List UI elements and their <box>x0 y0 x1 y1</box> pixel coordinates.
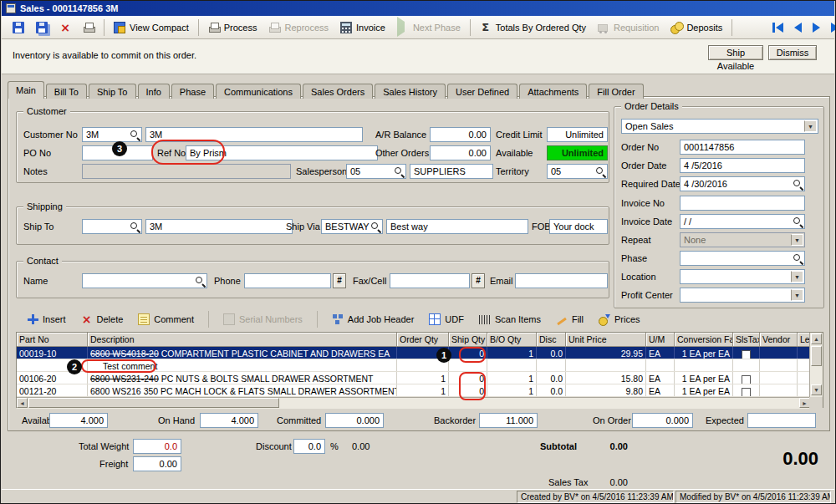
salesperson-field[interactable]: 05 <box>346 164 406 179</box>
table-row[interactable]: 00019-10 6800 WS4018-20 COMPARTMENT PLAS… <box>17 347 811 359</box>
col-conversion-factor[interactable]: Conversion Factor <box>675 333 733 347</box>
phase-field[interactable] <box>680 251 805 266</box>
slstax-checkbox[interactable] <box>742 350 751 359</box>
order-date-field[interactable]: 4 /5/2016 <box>680 158 805 173</box>
discount-pct-field[interactable]: 0.0 <box>293 439 325 454</box>
territory-label: Territory <box>496 166 529 177</box>
col-ship-qty[interactable]: Ship Qty <box>449 333 487 347</box>
scan-items-button[interactable]: Scan Items <box>475 312 545 327</box>
tab-bill-to[interactable]: Bill To <box>46 84 87 99</box>
delete-button[interactable]: × <box>54 18 77 37</box>
horizontal-scrollbar[interactable]: ◄ ► <box>17 397 811 409</box>
col-disc[interactable]: Disc <box>537 333 566 347</box>
vertical-scrollbar[interactable]: ▲ ▼ <box>809 333 823 397</box>
ship-to-search-icon[interactable] <box>130 221 140 232</box>
table-row[interactable]: 00121-20 6800 WS216 350 PC MACH LOCK & F… <box>17 384 811 397</box>
cell-slstax <box>733 372 760 384</box>
invoice-date-field[interactable]: / / <box>680 214 805 229</box>
dismiss-button[interactable]: Dismiss <box>768 45 817 60</box>
nav-previous-button[interactable] <box>793 21 803 34</box>
comment-button[interactable]: Comment <box>134 311 198 328</box>
fax-field[interactable] <box>390 273 470 288</box>
col-vendor[interactable]: Vendor <box>760 333 798 347</box>
save-button[interactable] <box>7 18 30 37</box>
scroll-down-button[interactable]: ▼ <box>811 384 822 395</box>
tab-user-defined[interactable]: User Defined <box>447 84 517 99</box>
vertical-scroll-thumb[interactable] <box>811 346 822 366</box>
horizontal-scroll-thumb[interactable] <box>28 398 279 408</box>
cell-slstax <box>733 384 760 396</box>
scroll-up-button[interactable]: ▲ <box>811 333 822 344</box>
col-description[interactable]: Description <box>88 333 397 347</box>
totals-by-ordered-qty-button[interactable]: ΣTotals By Ordered Qty <box>474 18 592 37</box>
profit-center-dropdown[interactable]: ▼ <box>680 288 805 303</box>
ship-via-desc-field[interactable]: Best way <box>386 219 528 234</box>
udf-label: UDF <box>445 314 464 324</box>
order-status-dropdown[interactable]: Open Sales▼ <box>621 119 818 134</box>
invoice-date-search-icon[interactable] <box>793 216 803 227</box>
fax-dial-button[interactable]: # <box>472 273 485 288</box>
scroll-left-button[interactable]: ◄ <box>17 398 28 408</box>
tab-info[interactable]: Info <box>138 84 170 99</box>
ship-via-field[interactable]: BESTWAY <box>321 219 383 234</box>
contact-search-icon[interactable] <box>195 276 205 286</box>
salesperson-search-icon[interactable] <box>394 166 404 176</box>
email-field[interactable] <box>515 273 608 288</box>
tab-phase[interactable]: Phase <box>171 84 214 99</box>
required-date-field[interactable]: 4 /30/2016 <box>680 176 805 191</box>
save-all-button[interactable] <box>30 18 54 37</box>
phase-search-icon[interactable] <box>793 253 803 263</box>
col-slstax[interactable]: SlsTax <box>733 333 760 347</box>
customer-no-field[interactable]: 3M <box>82 127 142 142</box>
view-compact-button[interactable]: View Compact <box>108 18 195 37</box>
ship-to-name-field[interactable]: 3M <box>145 219 293 234</box>
col-um[interactable]: U/M <box>646 333 675 347</box>
tab-main[interactable]: Main <box>8 81 44 99</box>
ship-to-field[interactable] <box>82 219 142 234</box>
required-date-search-icon[interactable] <box>793 179 803 189</box>
location-dropdown[interactable]: ▼ <box>680 269 805 284</box>
invoice-button[interactable]: Invoice <box>334 18 391 37</box>
fob-field[interactable]: Your dock <box>549 219 608 234</box>
col-unit-price[interactable]: Unit Price <box>566 333 646 347</box>
slstax-checkbox[interactable] <box>742 375 751 384</box>
tab-sales-orders[interactable]: Sales Orders <box>303 84 373 99</box>
table-row[interactable]: 00106-20 6800 WS231-240 PC NUTS & BOLTS … <box>17 372 811 384</box>
col-order-qty[interactable]: Order Qty <box>397 333 449 347</box>
udf-button[interactable]: UDF <box>425 311 468 328</box>
add-job-header-button[interactable]: Add Job Header <box>328 311 419 328</box>
slstax-checkbox[interactable] <box>742 388 751 396</box>
deposits-button[interactable]: Deposits <box>665 18 728 37</box>
prices-button[interactable]: Prices <box>594 311 645 328</box>
tab-ship-to[interactable]: Ship To <box>89 84 136 99</box>
print-button[interactable] <box>77 18 100 37</box>
chevron-down-icon[interactable]: ▼ <box>791 271 803 283</box>
tab-communications[interactable]: Communications <box>216 84 301 99</box>
fill-button[interactable]: Fill <box>552 311 588 328</box>
nav-last-button[interactable] <box>829 21 836 34</box>
phone-field[interactable] <box>244 273 331 288</box>
save-icon <box>13 22 24 33</box>
nav-first-button[interactable] <box>771 21 785 34</box>
col-part-no[interactable]: Part No <box>17 333 88 347</box>
process-button[interactable]: Process <box>202 18 263 37</box>
tab-fill-order[interactable]: Fill Order <box>589 84 643 99</box>
tab-sales-history[interactable]: Sales History <box>375 84 446 99</box>
insert-line-button[interactable]: Insert <box>23 311 70 328</box>
territory-field[interactable]: 05 <box>547 164 608 179</box>
phone-dial-button[interactable]: # <box>333 273 346 288</box>
tab-attachments[interactable]: Attachments <box>519 84 587 99</box>
chevron-down-icon[interactable]: ▼ <box>791 289 803 301</box>
freight-field[interactable]: 0.00 <box>133 456 181 471</box>
chevron-down-icon[interactable]: ▼ <box>804 120 817 132</box>
nav-next-button[interactable] <box>811 21 822 34</box>
ship-via-search-icon[interactable] <box>370 221 380 232</box>
ship-available-button[interactable]: Ship Available <box>708 45 763 60</box>
customer-search-icon[interactable] <box>130 130 140 140</box>
total-weight-field[interactable]: 0.0 <box>133 439 181 454</box>
cell-part-no: 00121-20 <box>17 384 88 396</box>
contact-name-field[interactable] <box>82 273 207 288</box>
delete-line-button[interactable]: ×Delete <box>77 311 128 328</box>
col-bo-qty[interactable]: B/O Qty <box>487 333 537 347</box>
territory-search-icon[interactable] <box>595 166 605 176</box>
